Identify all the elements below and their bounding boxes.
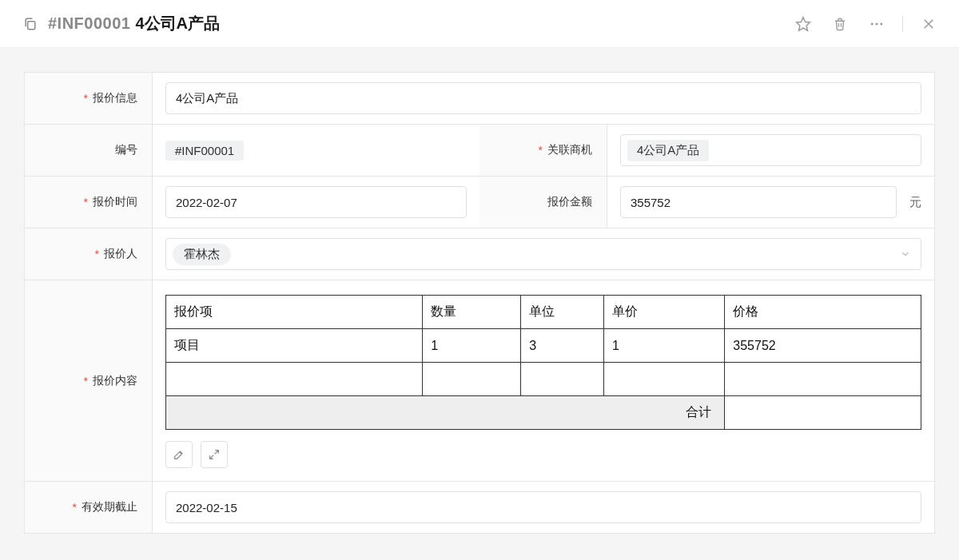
th-unit: 单位 xyxy=(521,296,604,329)
star-icon[interactable] xyxy=(792,13,814,35)
cell-name[interactable] xyxy=(166,363,423,396)
quote-items-table: 报价项 数量 单位 单价 价格 项目 1 3 1 355752 xyxy=(165,295,921,430)
cell-price[interactable] xyxy=(604,363,725,396)
trash-icon[interactable] xyxy=(829,13,851,35)
amount-input[interactable] xyxy=(631,196,886,209)
quote-form: 报价信息 编号 #INF00001 关联商机 4公司A xyxy=(24,72,935,534)
label-quote-info: 报价信息 xyxy=(25,73,153,124)
svg-rect-0 xyxy=(28,21,35,29)
table-row[interactable] xyxy=(166,363,921,396)
quoter-select[interactable]: 霍林杰 xyxy=(165,238,921,270)
th-total: 价格 xyxy=(725,296,921,329)
amount-field[interactable] xyxy=(620,186,897,218)
cell-qty[interactable]: 1 xyxy=(423,329,521,363)
svg-marker-1 xyxy=(797,17,810,30)
edit-icon xyxy=(173,448,185,461)
svg-point-3 xyxy=(876,22,878,25)
valid-until-input[interactable] xyxy=(176,501,911,514)
table-sum-row: 合计 xyxy=(166,396,921,430)
quote-date-field[interactable] xyxy=(165,186,467,218)
page-header: #INF00001 4公司A产品 xyxy=(0,0,959,48)
page-title: #INF00001 4公司A产品 xyxy=(48,13,220,34)
divider xyxy=(902,16,903,32)
quote-date-input[interactable] xyxy=(176,196,456,209)
opportunity-field[interactable]: 4公司A产品 xyxy=(620,134,921,166)
sum-value xyxy=(725,396,921,430)
th-qty: 数量 xyxy=(423,296,521,329)
table-header-row: 报价项 数量 单位 单价 价格 xyxy=(166,296,921,329)
label-code: 编号 xyxy=(25,125,153,176)
edit-table-button[interactable] xyxy=(165,441,193,468)
quote-info-input[interactable] xyxy=(176,92,911,105)
svg-point-2 xyxy=(871,22,873,25)
chevron-down-icon xyxy=(900,248,911,260)
label-quote-date: 报价时间 xyxy=(25,177,153,228)
cell-qty[interactable] xyxy=(423,363,521,396)
sum-label: 合计 xyxy=(166,396,725,430)
cell-unit[interactable] xyxy=(521,363,604,396)
label-amount: 报价金额 xyxy=(480,177,607,228)
quoter-tag: 霍林杰 xyxy=(173,244,231,265)
label-opportunity: 关联商机 xyxy=(480,125,607,176)
quote-items-area: 报价项 数量 单位 单价 价格 项目 1 3 1 355752 xyxy=(153,280,934,481)
th-price: 单价 xyxy=(604,296,725,329)
cell-name[interactable]: 项目 xyxy=(166,329,423,363)
cell-price[interactable]: 1 xyxy=(604,329,725,363)
label-content: 报价内容 xyxy=(25,280,153,481)
record-title: 4公司A产品 xyxy=(135,13,220,34)
expand-icon xyxy=(208,448,221,461)
record-id: #INF00001 xyxy=(48,14,130,33)
copy-icon[interactable] xyxy=(19,13,42,35)
cell-unit[interactable]: 3 xyxy=(521,329,604,363)
valid-until-field[interactable] xyxy=(165,491,921,523)
close-icon[interactable] xyxy=(917,13,940,35)
label-valid-until: 有效期截止 xyxy=(25,482,153,533)
label-quoter: 报价人 xyxy=(25,228,153,280)
amount-suffix: 元 xyxy=(909,195,921,210)
cell-total[interactable]: 355752 xyxy=(725,329,921,363)
more-icon[interactable] xyxy=(865,13,888,35)
cell-total[interactable] xyxy=(725,363,921,396)
code-tag: #INF00001 xyxy=(165,141,244,161)
svg-point-4 xyxy=(880,22,882,25)
th-name: 报价项 xyxy=(166,296,423,329)
table-row[interactable]: 项目 1 3 1 355752 xyxy=(166,329,921,363)
opportunity-tag: 4公司A产品 xyxy=(627,140,709,161)
expand-table-button[interactable] xyxy=(201,441,228,468)
quote-info-field[interactable] xyxy=(165,82,921,114)
